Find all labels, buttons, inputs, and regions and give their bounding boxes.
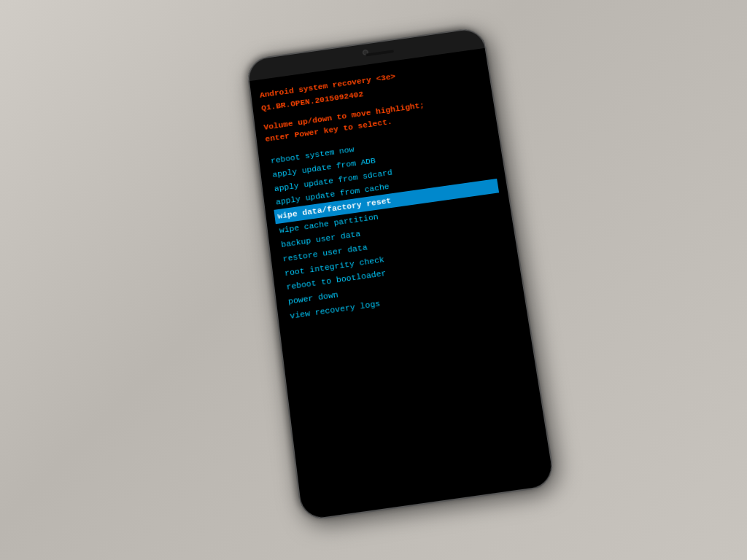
phone-wrapper: Android system recovery <3e> Q1.BR.OPEN.… <box>245 26 556 522</box>
scene: Android system recovery <3e> Q1.BR.OPEN.… <box>0 0 747 560</box>
phone-screen: Android system recovery <3e> Q1.BR.OPEN.… <box>249 48 554 520</box>
phone: Android system recovery <3e> Q1.BR.OPEN.… <box>245 26 556 522</box>
recovery-menu: reboot system nowapply update from ADBap… <box>267 123 515 324</box>
speaker-slot <box>365 50 394 56</box>
